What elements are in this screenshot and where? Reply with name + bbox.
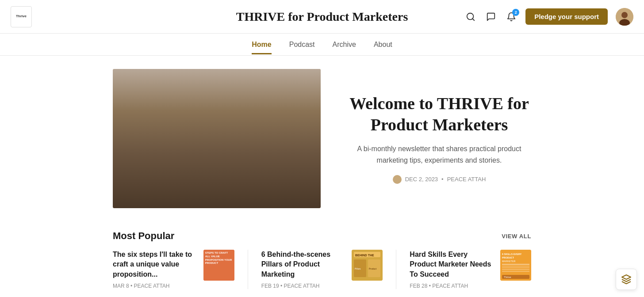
hero-meta: DEC 2, 2023 • PEACE ATTAH bbox=[347, 175, 531, 184]
svg-rect-23 bbox=[204, 123, 214, 129]
svg-rect-13 bbox=[195, 144, 239, 193]
articles-grid: The six steps I'll take to craft a uniqu… bbox=[113, 250, 531, 289]
svg-text:Pillars: Pillars bbox=[355, 267, 361, 270]
article-meta: FEB 28 • PEACE ATTAH bbox=[410, 283, 494, 289]
nav-home[interactable]: Home bbox=[252, 35, 271, 54]
article-title: Hard Skills Every Product Marketer Needs… bbox=[410, 250, 494, 279]
svg-text:Thrive: Thrive bbox=[504, 276, 511, 278]
svg-rect-15 bbox=[217, 168, 239, 193]
svg-rect-47 bbox=[502, 264, 529, 265]
svg-rect-22 bbox=[208, 121, 217, 125]
article-thumbnail: 6 SKILLS EVERY PRODUCT MARKETER Thrive bbox=[500, 250, 531, 281]
svg-rect-24 bbox=[219, 123, 229, 129]
hero-image bbox=[113, 69, 321, 208]
svg-rect-9 bbox=[113, 166, 188, 175]
svg-rect-48 bbox=[502, 266, 529, 267]
hero-author: PEACE ATTAH bbox=[447, 176, 486, 183]
main-nav: Home Podcast Archive About bbox=[0, 34, 644, 56]
svg-rect-50 bbox=[502, 269, 529, 270]
pledge-button[interactable]: Pledge your support bbox=[525, 8, 608, 25]
nav-archive[interactable]: Archive bbox=[333, 35, 356, 54]
svg-point-19 bbox=[200, 108, 234, 145]
notification-icon[interactable]: 2 bbox=[505, 11, 518, 23]
article-card[interactable]: Hard Skills Every Product Marketer Needs… bbox=[410, 250, 531, 289]
article-thumbnail: BEHIND THE Pillars Product bbox=[352, 250, 383, 281]
svg-rect-8 bbox=[122, 157, 192, 166]
article-date: FEB 19 bbox=[261, 283, 279, 289]
svg-point-18 bbox=[201, 140, 232, 153]
svg-rect-16 bbox=[217, 144, 239, 168]
svg-rect-26 bbox=[181, 146, 197, 182]
logo[interactable]: Thrive bbox=[11, 6, 32, 27]
svg-rect-51 bbox=[502, 271, 529, 272]
article-text: 6 Behind-the-scenes Pillars of Product M… bbox=[261, 250, 346, 289]
svg-text:PROPOSITION: PROPOSITION bbox=[206, 264, 221, 267]
svg-rect-28 bbox=[203, 250, 234, 281]
header-right: 2 Pledge your support bbox=[464, 8, 633, 26]
svg-rect-49 bbox=[502, 267, 529, 268]
hero-section: Welcome to THRIVE for Product Marketers … bbox=[0, 56, 644, 221]
svg-rect-6 bbox=[113, 157, 321, 208]
article-meta: FEB 19 • PEACE ATTAH bbox=[261, 283, 346, 289]
article-text: The six steps I'll take to craft a uniqu… bbox=[113, 250, 197, 289]
article-separator: • bbox=[130, 283, 134, 289]
article-date: MAR 8 bbox=[113, 283, 129, 289]
article-title: The six steps I'll take to craft a uniqu… bbox=[113, 250, 197, 279]
svg-text:YOUR PRODUCT: YOUR PRODUCT bbox=[206, 267, 224, 270]
section-title: Most Popular bbox=[113, 230, 174, 242]
article-title: 6 Behind-the-scenes Pillars of Product M… bbox=[261, 250, 346, 279]
article-card[interactable]: The six steps I'll take to craft a uniqu… bbox=[113, 250, 248, 289]
svg-text:STEPS TO: STEPS TO bbox=[206, 254, 219, 256]
svg-text:PRODUCT: PRODUCT bbox=[502, 256, 514, 259]
svg-rect-34 bbox=[206, 272, 232, 278]
svg-line-1 bbox=[472, 19, 474, 20]
hero-title: Welcome to THRIVE for Product Marketers bbox=[347, 93, 531, 135]
svg-text:6 SKILLS EVERY: 6 SKILLS EVERY bbox=[502, 253, 521, 255]
article-card[interactable]: 6 Behind-the-scenes Pillars of Product M… bbox=[261, 250, 397, 289]
notification-badge: 2 bbox=[512, 9, 519, 16]
svg-line-11 bbox=[148, 113, 215, 171]
article-text: Hard Skills Every Product Marketer Needs… bbox=[410, 250, 494, 289]
article-author: PEACE ATTAH bbox=[134, 283, 170, 289]
svg-rect-27 bbox=[239, 146, 254, 182]
svg-point-3 bbox=[621, 12, 628, 18]
hero-separator: • bbox=[441, 176, 444, 183]
svg-rect-17 bbox=[195, 168, 217, 193]
hero-subtitle: A bi-monthly newsletter that shares prac… bbox=[347, 143, 531, 166]
article-thumbnail: STEPS TO CRAFT ALL VALUE PROPOSITION YOU… bbox=[203, 250, 234, 281]
most-popular-section: Most Popular VIEW ALL The six steps I'll… bbox=[0, 221, 644, 293]
site-title: THRIVE for Product Marketers bbox=[236, 10, 408, 24]
header-left: Thrive bbox=[11, 6, 32, 27]
svg-text:Product: Product bbox=[369, 267, 377, 270]
article-author: PEACE ATTAH bbox=[284, 283, 320, 289]
svg-text:MARKETER: MARKETER bbox=[502, 260, 516, 263]
section-header: Most Popular VIEW ALL bbox=[113, 230, 531, 242]
article-author: PEACE ATTAH bbox=[432, 283, 468, 289]
hero-date: DEC 2, 2023 bbox=[405, 176, 438, 183]
logo-text: Thrive bbox=[16, 15, 27, 19]
avatar[interactable] bbox=[616, 8, 633, 26]
hero-content: Welcome to THRIVE for Product Marketers … bbox=[347, 93, 531, 183]
nav-about[interactable]: About bbox=[374, 35, 392, 54]
header: Thrive THRIVE for Product Marketers 2 Pl… bbox=[0, 0, 644, 34]
svg-rect-7 bbox=[130, 148, 197, 157]
svg-line-10 bbox=[135, 113, 201, 171]
view-all-button[interactable]: VIEW ALL bbox=[502, 233, 531, 240]
svg-rect-21 bbox=[201, 102, 232, 115]
svg-text:BEHIND THE: BEHIND THE bbox=[355, 254, 374, 257]
article-meta: MAR 8 • PEACE ATTAH bbox=[113, 283, 197, 289]
svg-point-20 bbox=[198, 102, 235, 116]
search-icon[interactable] bbox=[464, 11, 477, 23]
article-date: FEB 28 bbox=[410, 283, 427, 289]
svg-rect-5 bbox=[113, 69, 321, 208]
svg-text:VALUE: VALUE bbox=[206, 261, 213, 263]
chat-icon[interactable] bbox=[485, 11, 497, 23]
svg-text:Thrive: Thrive bbox=[208, 274, 215, 277]
bottom-widget[interactable] bbox=[616, 269, 637, 290]
article-separator: • bbox=[280, 283, 284, 289]
hero-author-avatar bbox=[393, 175, 402, 184]
svg-rect-14 bbox=[195, 144, 217, 168]
svg-point-12 bbox=[186, 184, 248, 208]
svg-text:CRAFT ALL: CRAFT ALL bbox=[206, 257, 221, 260]
nav-podcast[interactable]: Podcast bbox=[289, 35, 315, 54]
